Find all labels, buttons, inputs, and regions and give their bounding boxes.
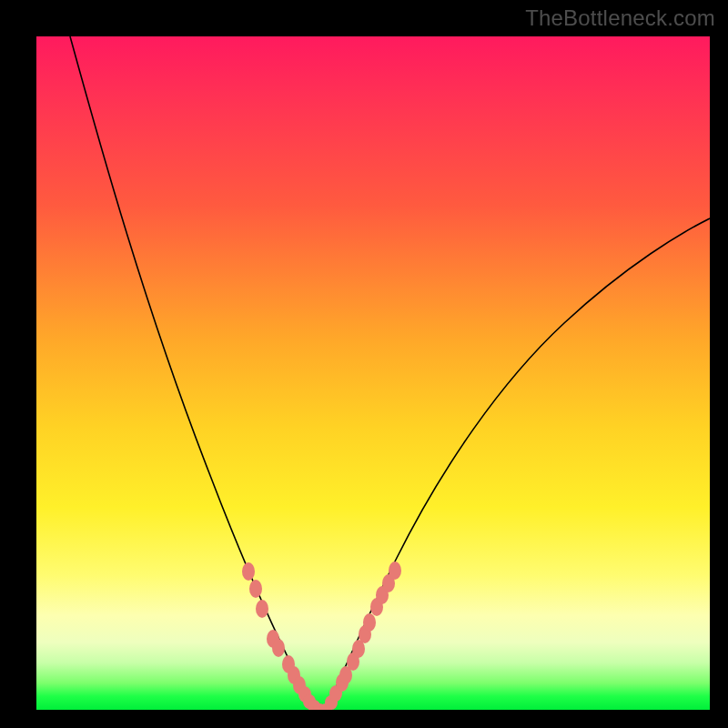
right-dot-cluster: [319, 561, 401, 710]
curve-layer: [36, 36, 710, 710]
outer-frame: TheBottleneck.com: [0, 0, 728, 728]
right-curve: [326, 218, 710, 710]
plot-area: [36, 36, 710, 710]
data-dot: [389, 561, 401, 580]
data-dot: [363, 613, 376, 632]
watermark-text: TheBottleneck.com: [525, 5, 715, 31]
data-dot: [256, 600, 268, 618]
data-dot: [242, 562, 255, 581]
left-curve: [70, 36, 315, 710]
data-dot: [249, 580, 262, 598]
data-dot: [272, 639, 285, 657]
left-dot-cluster: [242, 562, 326, 710]
